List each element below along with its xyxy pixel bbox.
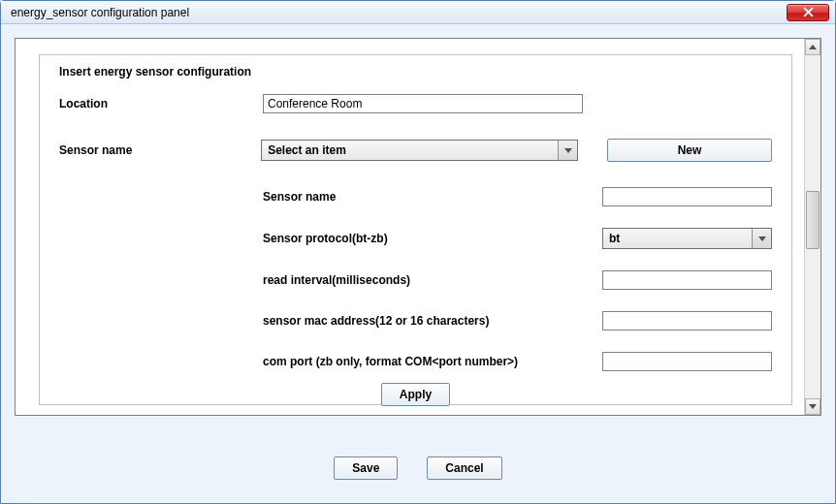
mac-input[interactable] [602,311,772,331]
chevron-up-icon [809,45,817,49]
detail-mac-label: sensor mac address(12 or 16 characters) [263,314,602,328]
window-title: energy_sensor configuration panel [7,6,787,19]
new-button[interactable]: New [607,139,772,162]
apply-button[interactable]: Apply [381,383,450,406]
fieldset: Insert energy sensor configuration Locat… [39,54,792,405]
protocol-select[interactable]: bt [602,228,772,249]
detail-protocol-label: Sensor protocol(bt-zb) [263,232,602,245]
location-input[interactable] [263,94,583,113]
protocol-select-toggle[interactable] [752,229,771,248]
dialog-window: energy_sensor configuration panel Insert… [0,0,836,504]
dialog-buttons: Save Cancel [1,457,835,480]
sensor-name-label: Sensor name [59,143,261,157]
save-button[interactable]: Save [334,457,398,480]
chevron-down-icon [758,236,766,241]
titlebar[interactable]: energy_sensor configuration panel [1,1,835,24]
scroll-track[interactable] [805,55,820,398]
config-panel: Insert energy sensor configuration Locat… [15,38,821,416]
interval-input[interactable] [602,270,772,290]
sensor-select[interactable]: Select an item [261,140,578,161]
scroll-down-button[interactable] [805,398,820,415]
detail-interval-label: read interval(milliseconds) [263,273,602,287]
location-label: Location [59,97,263,110]
chevron-down-icon [564,148,572,153]
scroll-thumb[interactable] [806,191,820,249]
scroll-content: Insert energy sensor configuration Locat… [16,39,804,415]
sensor-select-text: Select an item [262,141,558,160]
detail-sensor-name-input[interactable] [602,187,772,206]
protocol-select-text: bt [603,229,752,248]
detail-sensor-name-label: Sensor name [263,190,602,204]
cancel-button[interactable]: Cancel [427,457,501,480]
scroll-up-button[interactable] [805,39,820,55]
client-area: Insert energy sensor configuration Locat… [1,24,835,503]
chevron-down-icon [809,404,817,409]
close-button[interactable] [787,4,829,21]
panel-heading: Insert energy sensor configuration [59,65,772,79]
close-icon [803,7,814,17]
sensor-select-toggle[interactable] [558,141,577,160]
comport-input[interactable] [602,352,772,371]
vertical-scrollbar[interactable] [804,39,820,415]
detail-comport-label: com port (zb only, format COM<port numbe… [263,355,602,368]
